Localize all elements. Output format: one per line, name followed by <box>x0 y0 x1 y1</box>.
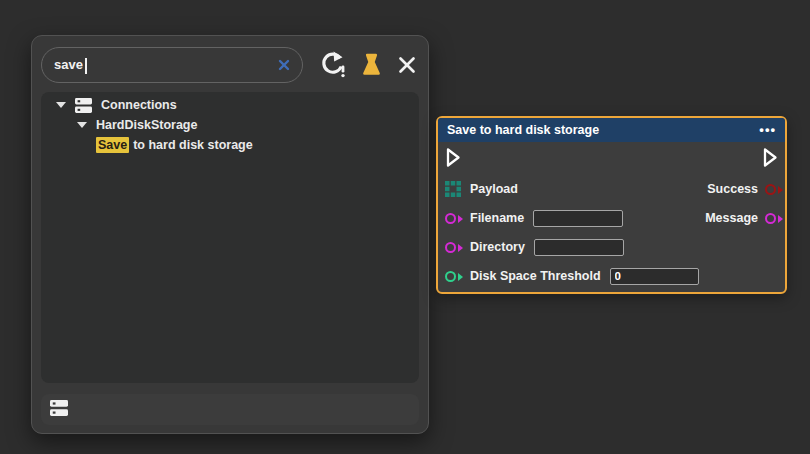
node-save-to-hard-disk-storage[interactable]: Save to hard disk storage ••• Payload <box>436 116 787 294</box>
text-caret <box>85 58 87 74</box>
expand-caret-icon[interactable] <box>77 122 87 128</box>
pin-row-directory: Directory <box>443 238 781 256</box>
close-icon[interactable] <box>398 56 416 74</box>
directory-field[interactable] <box>534 239 624 256</box>
pin-label-payload: Payload <box>470 182 518 196</box>
search-match-highlight: Save <box>96 137 129 153</box>
pin-label-disk-space-threshold: Disk Space Threshold <box>470 269 601 283</box>
pin-row-filename: Filename Message <box>443 209 781 227</box>
filename-field[interactable] <box>533 210 623 227</box>
clear-x-icon[interactable] <box>278 59 290 71</box>
search-box[interactable] <box>41 47 303 83</box>
refresh-alert-icon[interactable] <box>320 51 347 78</box>
disk-space-threshold-field[interactable] <box>610 268 699 285</box>
pin-row-disk-space-threshold: Disk Space Threshold <box>443 267 781 285</box>
filter-flask-icon[interactable] <box>360 53 383 77</box>
node-title: Save to hard disk storage <box>447 123 599 137</box>
node-header[interactable]: Save to hard disk storage ••• <box>438 118 785 142</box>
exec-pin-row <box>443 146 781 168</box>
disk-space-threshold-in-pin[interactable] <box>445 271 456 282</box>
success-out-pin[interactable] <box>765 184 776 195</box>
search-panel: Connections HardDiskStorage Save to hard… <box>31 35 429 434</box>
pin-label-message: Message <box>705 211 758 225</box>
pin-label-success: Success <box>707 182 758 196</box>
tree-item-connections[interactable]: Connections <box>41 95 419 115</box>
panel-footer-bar[interactable] <box>41 394 419 425</box>
tree-item-label: Connections <box>101 98 177 112</box>
pin-row-payload: Payload Success <box>443 180 781 198</box>
search-toolbar <box>41 46 422 83</box>
search-results-tree: Connections HardDiskStorage Save to hard… <box>41 92 419 383</box>
search-input[interactable] <box>54 57 278 72</box>
tree-item-label: to hard disk storage <box>133 138 252 152</box>
tree-item-save-to-hard-disk-storage[interactable]: Save to hard disk storage <box>41 135 419 155</box>
connections-icon <box>50 400 68 420</box>
exec-in-pin[interactable] <box>445 147 461 168</box>
filename-in-pin[interactable] <box>445 213 456 224</box>
tree-item-harddiskstorage[interactable]: HardDiskStorage <box>41 115 419 135</box>
exec-out-pin[interactable] <box>762 147 778 168</box>
tree-item-label: HardDiskStorage <box>96 118 197 132</box>
node-menu-icon[interactable]: ••• <box>759 125 776 135</box>
directory-in-pin[interactable] <box>445 242 456 253</box>
message-out-pin[interactable] <box>765 213 776 224</box>
connections-icon <box>75 98 92 113</box>
expand-caret-icon[interactable] <box>56 102 66 108</box>
payload-pin[interactable] <box>445 181 461 197</box>
pin-label-filename: Filename <box>470 211 524 225</box>
pin-label-directory: Directory <box>470 240 525 254</box>
